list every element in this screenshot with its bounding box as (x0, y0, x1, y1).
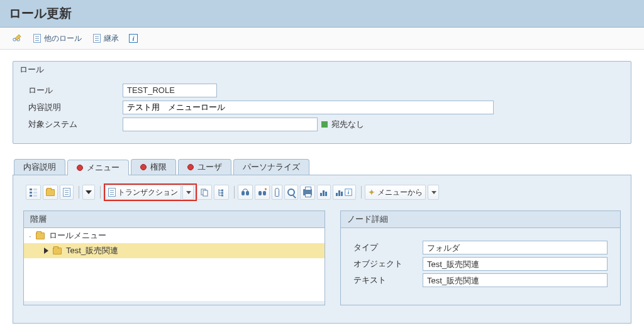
report-info-button[interactable]: i (333, 185, 356, 200)
other-role-label: 他のロール (44, 33, 82, 44)
tree-root[interactable]: · ロールメニュー (24, 228, 325, 243)
separator (100, 186, 101, 199)
detail-object-label: オブジェクト (353, 258, 423, 270)
document-button[interactable] (60, 185, 74, 200)
svg-rect-2 (30, 189, 32, 190)
bar-chart-icon (320, 189, 328, 196)
role-groupbox: ロール ロール TEST_ROLE 内容説明 対象システム 宛先なし (13, 61, 631, 144)
tree-button[interactable] (214, 185, 229, 200)
svg-rect-15 (258, 191, 262, 195)
menu-from-label: メニューから (377, 187, 423, 198)
tree-node-selected[interactable]: Test_販売関連 (24, 243, 325, 258)
document-icon (32, 33, 42, 43)
role-group-title: ロール (13, 62, 631, 75)
folder-icon (36, 232, 45, 239)
title-bar: ロール更新 (0, 0, 644, 28)
hierarchy-box: 階層 · ロールメニュー Test_販売関連 (23, 210, 325, 305)
transaction-dropdown-button[interactable] (182, 185, 194, 200)
svg-rect-5 (33, 192, 37, 194)
status-red-icon (77, 165, 83, 171)
folder-icon (53, 248, 62, 254)
folder-button[interactable] (43, 185, 58, 200)
inherit-label: 継承 (104, 33, 119, 44)
report-button[interactable] (317, 185, 331, 200)
hierarchy-title: 階層 (24, 211, 325, 228)
chevron-down-icon (86, 190, 92, 194)
print-button[interactable] (300, 185, 315, 200)
page-title: ロール更新 (9, 5, 635, 22)
svg-rect-9 (203, 190, 208, 196)
status-red-icon (187, 164, 194, 170)
status-square-icon (321, 121, 328, 128)
svg-rect-7 (33, 195, 37, 197)
node-detail-box: ノード詳細 タイプ フォルダ オブジェクト Test_販売関連 テキスト Tes (340, 210, 621, 305)
folder-icon (46, 189, 55, 196)
find-button[interactable] (238, 185, 253, 200)
chevron-down-icon (431, 191, 436, 194)
desc-label: 内容説明 (28, 102, 123, 113)
svg-rect-3 (33, 189, 37, 190)
hierarchy-tree[interactable]: · ロールメニュー Test_販売関連 (24, 228, 325, 301)
svg-rect-16 (263, 191, 266, 195)
svg-rect-4 (30, 192, 32, 194)
tree-icon (217, 188, 226, 197)
inherit-button[interactable]: 継承 (89, 31, 122, 45)
separator (361, 186, 362, 199)
hierarchy-levels-button[interactable] (26, 185, 41, 200)
toggle-display-button[interactable] (9, 31, 25, 45)
tab-menu[interactable]: メニュー (67, 160, 129, 175)
tab-personalize[interactable]: パーソナライズ (233, 159, 309, 175)
wand-icon: ✦ (368, 187, 375, 197)
detail-type-label: タイプ (353, 242, 423, 253)
tab-panel-menu: トランザクション (13, 175, 631, 324)
glasses-pencil-icon (12, 33, 22, 43)
search-button[interactable] (284, 185, 298, 200)
svg-rect-12 (221, 195, 223, 197)
hierarchy-levels-icon (29, 188, 38, 197)
transaction-label: トランザクション (118, 187, 178, 198)
menu-toolbar: トランザクション (23, 182, 621, 203)
target-status-text: 宛先なし (331, 119, 364, 130)
tree-root-label: ロールメニュー (49, 230, 106, 241)
clipboard-icon (275, 188, 279, 197)
role-value: TEST_ROLE (123, 84, 217, 97)
target-system-field[interactable] (123, 118, 318, 131)
svg-rect-6 (30, 195, 32, 197)
search-icon (287, 189, 295, 196)
menu-from-button[interactable]: ✦ メニューから (365, 185, 426, 200)
description-field[interactable] (123, 101, 494, 114)
tabstrip: 内容説明 メニュー 権限 ユーザ パーソナライズ (13, 159, 631, 324)
target-label: 対象システム (28, 119, 123, 130)
clipboard-button[interactable] (272, 185, 282, 200)
document-icon (92, 33, 102, 43)
chevron-down-icon (186, 191, 191, 194)
copy-button[interactable] (197, 185, 212, 200)
transaction-button[interactable]: トランザクション (105, 185, 181, 200)
info-button[interactable]: i (126, 31, 141, 45)
separator (79, 186, 79, 199)
find-next-button[interactable] (255, 185, 270, 200)
tree-node-label: Test_販売関連 (66, 245, 118, 256)
binoculars-plus-icon (258, 188, 267, 197)
expand-icon[interactable] (44, 248, 48, 254)
menu-from-dropdown-button[interactable] (428, 185, 439, 200)
document-icon (63, 188, 70, 197)
tab-auth[interactable]: 権限 (131, 159, 176, 175)
info-icon: i (129, 34, 138, 43)
other-role-button[interactable]: 他のロール (29, 31, 85, 45)
printer-icon (303, 189, 312, 195)
node-detail-title: ノード詳細 (341, 211, 620, 228)
detail-type-value: フォルダ (423, 241, 608, 254)
separator (234, 186, 235, 199)
detail-text-value: Test_販売関連 (423, 273, 608, 287)
role-label: ロール (28, 85, 123, 96)
copy-icon (200, 188, 209, 197)
tab-desc[interactable]: 内容説明 (14, 159, 65, 175)
binoculars-icon (241, 188, 250, 197)
detail-text-label: テキスト (353, 275, 423, 286)
dropdown-arrow-button[interactable] (82, 185, 95, 200)
detail-object-value: Test_販売関連 (423, 257, 608, 271)
svg-rect-14 (246, 191, 249, 195)
tab-user[interactable]: ユーザ (178, 159, 231, 175)
svg-rect-11 (221, 192, 223, 194)
